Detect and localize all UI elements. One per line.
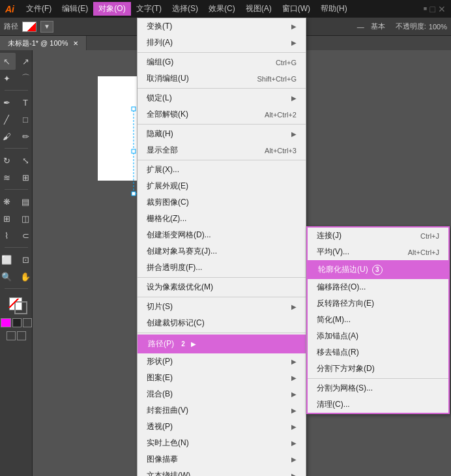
submenu-item-divide-objects[interactable]: 分割下方对象(D) xyxy=(308,361,448,377)
menu-item-rasterize[interactable]: 栅格化(Z)... xyxy=(138,211,306,227)
submenu-item-split-grid[interactable]: 分割为网格(S)... xyxy=(308,380,448,396)
eyedropper-tool[interactable]: ⌇ xyxy=(0,227,16,244)
menu-sep xyxy=(138,88,306,89)
lasso-tool[interactable]: ⌒ xyxy=(16,70,35,87)
menu-item-slice[interactable]: 切片(S) ▶ xyxy=(138,299,306,315)
left-toolbar: ↖ ↗ ✦ ⌒ ✒ T ╱ □ 🖌 ✏ xyxy=(0,50,33,476)
workspace-label: — xyxy=(357,23,368,31)
slice-tool[interactable]: ⊡ xyxy=(16,251,35,268)
blend-tool[interactable]: ⊂ xyxy=(16,227,35,244)
menu-item-flatten-transparency[interactable]: 拼合透明度(F)... xyxy=(138,260,306,276)
menu-item-pixel-optimize[interactable]: 设为像素级优化(M) xyxy=(138,279,306,295)
window-maximize[interactable]: □ xyxy=(430,4,435,14)
menu-item-envelope-distort[interactable]: 封套扭曲(V) ▶ xyxy=(138,402,306,419)
swap-colors-icon[interactable] xyxy=(1,318,11,327)
free-transform-tool[interactable]: ⊞ xyxy=(16,169,35,186)
menu-effect[interactable]: 效果(C) xyxy=(203,2,240,16)
menu-item-crop-image[interactable]: 裁剪图像(C) xyxy=(138,194,306,211)
artboard-tool[interactable]: ⬜ xyxy=(0,251,16,268)
menu-item-path[interactable]: 路径(P) 2 ▶ xyxy=(138,335,306,353)
arrow-icon: ▶ xyxy=(291,374,297,381)
warp-tool[interactable]: ≋ xyxy=(0,169,16,186)
tool-sep-4 xyxy=(5,247,28,248)
selection-tool[interactable]: ↖ xyxy=(0,53,16,70)
submenu-item-cleanup[interactable]: 清理(C)... xyxy=(308,396,448,413)
text-tool[interactable]: T xyxy=(16,94,35,111)
submenu-item-join[interactable]: 连接(J) Ctrl+J xyxy=(308,228,448,244)
menu-item-hide[interactable]: 隐藏(H) ▶ xyxy=(138,126,306,142)
pen-tool[interactable]: ✒ xyxy=(0,94,16,111)
stroke-mode-icon[interactable] xyxy=(17,331,26,340)
scale-tool[interactable]: ⤡ xyxy=(16,152,35,169)
menu-item-transform[interactable]: 变换(T) ▶ xyxy=(138,18,306,35)
submenu-item-add-anchor[interactable]: 添加锚点(A) xyxy=(308,328,448,344)
menu-item-group[interactable]: 编组(G) Ctrl+G xyxy=(138,54,306,70)
menu-view[interactable]: 视图(A) xyxy=(240,2,277,16)
column-graph-tool[interactable]: ▤ xyxy=(16,193,35,210)
submenu-path[interactable]: 连接(J) Ctrl+J 平均(V)... Alt+Ctrl+J 轮廓化描边(U… xyxy=(306,226,450,414)
menu-edit[interactable]: 编辑(E) xyxy=(57,2,93,16)
pencil-tool[interactable]: ✏ xyxy=(16,128,35,145)
menu-item-unlock-all[interactable]: 全部解锁(K) Alt+Ctrl+2 xyxy=(138,106,306,123)
menu-item-shape[interactable]: 形状(P) ▶ xyxy=(138,353,306,370)
arrow-icon: ▶ xyxy=(291,303,297,310)
none-color-icon[interactable] xyxy=(23,318,32,327)
tab-close-icon[interactable]: ✕ xyxy=(73,40,78,47)
submenu-item-average[interactable]: 平均(V)... Alt+Ctrl+J xyxy=(308,244,448,260)
menu-item-live-paint[interactable]: 实时上色(N) ▶ xyxy=(138,435,306,451)
stroke-color-box[interactable] xyxy=(22,22,36,32)
direct-selection-tool[interactable]: ↗ xyxy=(16,53,35,70)
menu-item-show-all[interactable]: 显示全部 Alt+Ctrl+3 xyxy=(138,142,306,158)
menu-item-create-gradient-mesh[interactable]: 创建渐变网格(D)... xyxy=(138,227,306,243)
submenu-item-simplify[interactable]: 简化(M)... xyxy=(308,312,448,328)
opacity-label: 不透明度: xyxy=(396,22,426,31)
menu-window[interactable]: 窗口(W) xyxy=(277,2,315,16)
mesh-tool[interactable]: ⊞ xyxy=(0,210,16,227)
fill-mode-icon[interactable] xyxy=(7,331,16,340)
step-number-2: 2 xyxy=(178,339,188,350)
menu-item-blend[interactable]: 混合(B) ▶ xyxy=(138,386,306,402)
menu-item-perspective[interactable]: 透视(P) ▶ xyxy=(138,419,306,435)
rect-tool[interactable]: □ xyxy=(16,111,35,128)
menu-item-arrange[interactable]: 排列(A) ▶ xyxy=(138,35,306,51)
stroke-color[interactable] xyxy=(14,301,27,314)
arrow-icon: ▶ xyxy=(291,391,297,398)
menu-item-create-trim-marks[interactable]: 创建裁切标记(C) xyxy=(138,315,306,331)
menu-text[interactable]: 文字(T) xyxy=(131,2,167,16)
menu-select[interactable]: 选择(S) xyxy=(167,2,203,16)
submenu-item-outline-stroke[interactable]: 轮廓化描边(U) 3 xyxy=(308,260,448,279)
menu-item-pattern[interactable]: 图案(E) ▶ xyxy=(138,370,306,386)
window-minimize[interactable]: ▪ xyxy=(423,2,427,16)
stroke-style-btn[interactable]: ▼ xyxy=(40,21,53,33)
menu-item-image-trace[interactable]: 图像描摹 ▶ xyxy=(138,451,306,468)
menu-item-ungroup[interactable]: 取消编组(U) Shift+Ctrl+G xyxy=(138,70,306,87)
menu-file[interactable]: 文件(F) xyxy=(21,2,57,16)
canvas-tab-main[interactable]: 未标题-1* @ 100% ✕ xyxy=(0,36,87,50)
menu-item-create-object-mosaic[interactable]: 创建对象马赛克(J)... xyxy=(138,243,306,260)
paintbrush-tool[interactable]: 🖌 xyxy=(0,128,16,145)
menu-item-expand[interactable]: 扩展(X)... xyxy=(138,162,306,178)
line-tool[interactable]: ╱ xyxy=(0,111,16,128)
menu-help[interactable]: 帮助(H) xyxy=(315,2,353,16)
menu-item-text-wrap[interactable]: 文本绕排(W) ▶ xyxy=(138,468,306,476)
hand-tool[interactable]: ✋ xyxy=(16,268,35,285)
magic-wand-tool[interactable]: ✦ xyxy=(0,70,16,87)
submenu-item-offset-path[interactable]: 偏移路径(O)... xyxy=(308,279,448,295)
gradient-tool[interactable]: ◫ xyxy=(16,210,35,227)
default-colors-icon[interactable] xyxy=(12,318,22,327)
submenu-item-remove-anchor[interactable]: 移去锚点(R) xyxy=(308,344,448,361)
window-close[interactable]: ✕ xyxy=(438,4,446,14)
symbol-tool[interactable]: ❋ xyxy=(0,193,16,210)
arrow-icon: ▶ xyxy=(291,456,297,463)
submenu-item-reverse-direction[interactable]: 反转路径方向(E) xyxy=(308,295,448,312)
zoom-tool[interactable]: 🔍 xyxy=(0,268,16,285)
draw-tools: ✒ T ╱ □ 🖌 ✏ xyxy=(1,94,31,145)
svg-rect-1 xyxy=(132,107,136,111)
menu-object[interactable]: 变换(T) ▶ 排列(A) ▶ 编组(G) Ctrl+G 取消编组(U) Shi… xyxy=(137,18,306,476)
menu-item-lock[interactable]: 锁定(L) ▶ xyxy=(138,90,306,106)
rotate-tool[interactable]: ↻ xyxy=(0,152,16,169)
menu-item-expand-appearance[interactable]: 扩展外观(E) xyxy=(138,178,306,194)
tool-sep-2 xyxy=(5,148,28,149)
menu-object[interactable]: 对象(O) xyxy=(93,2,130,16)
arrow-icon: ▶ xyxy=(291,423,297,430)
